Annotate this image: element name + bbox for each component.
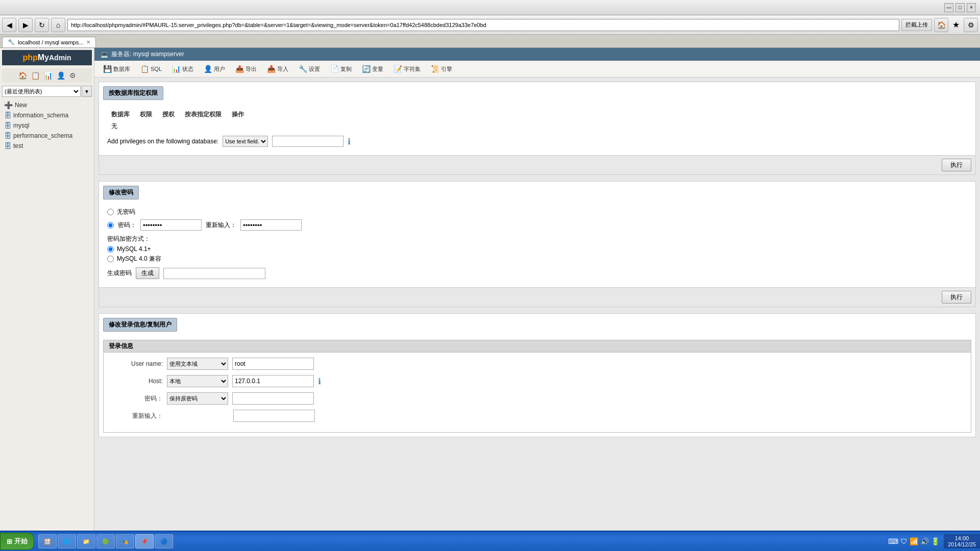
logo-php: php (22, 53, 37, 62)
home-pma-icon[interactable]: 🏠 (17, 70, 28, 81)
change-password-header: 修改密码 (103, 186, 139, 199)
toolbar-database-label: 数据库 (113, 65, 130, 73)
db-icon-3: 🗄 (4, 132, 11, 140)
tab-main[interactable]: 🔧 localhost / mysql wamps... ✕ (2, 37, 96, 47)
taskbar-app1[interactable]: 🟢 (96, 534, 115, 548)
sidebar-item-test[interactable]: 🗄 test (2, 141, 92, 151)
sidebar-item-information-schema[interactable]: 🗄 information_schema (2, 110, 92, 120)
encrypt-label: 密码加密方式： (107, 235, 967, 243)
back-button[interactable]: ◀ (2, 18, 16, 32)
toolbar-variables[interactable]: 🔄 变量 (357, 63, 388, 75)
tools-icon[interactable]: ⚙ (964, 18, 978, 32)
toolbar-import[interactable]: 📥 导入 (262, 63, 293, 75)
taskbar-app2[interactable]: 🎭 (116, 534, 134, 548)
sidebar-item-new[interactable]: ➕ New (2, 100, 92, 110)
mysql41-label: MySQL 4.1+ (117, 245, 151, 253)
login-reenter-label: 重新输入： (112, 412, 163, 420)
sql-pma-icon[interactable]: 📋 (30, 70, 41, 81)
reenter-password-input[interactable] (240, 219, 302, 231)
login-copy-section: 修改登录信息/复制用户 登录信息 User name: 使用文本域 Host: (99, 313, 976, 437)
taskbar-app4[interactable]: 🔵 (155, 534, 173, 548)
use-text-field-select[interactable]: Use text field. (223, 136, 268, 147)
host-info-icon[interactable]: ℹ (318, 377, 321, 386)
password-type-select[interactable]: 保持原密码 (167, 392, 228, 405)
pma-icon-bar: 🏠 📋 📊 👤 ⚙ (2, 68, 92, 83)
db-select[interactable]: (最近使用的表) (2, 86, 81, 97)
pwd-execute-button[interactable]: 执行 (942, 291, 971, 304)
security-icon[interactable]: 🛡 (900, 537, 908, 545)
toolbar-replicate[interactable]: 📄 复制 (326, 63, 356, 75)
toolbar-users[interactable]: 👤 用户 (199, 63, 230, 75)
toolbar-engines[interactable]: 📜 引擎 (426, 63, 457, 75)
toolbar-charset[interactable]: 📝 字符集 (389, 63, 425, 75)
username-input[interactable] (232, 358, 314, 370)
db-priv-execute-button[interactable]: 执行 (942, 159, 971, 171)
toolbar-users-label: 用户 (214, 65, 225, 73)
toolbar-export[interactable]: 📤 导出 (231, 63, 261, 75)
toolbar-settings[interactable]: 🔧 设置 (294, 63, 325, 75)
toolbar-status[interactable]: 📊 状态 (167, 63, 198, 75)
username-type-select[interactable]: 使用文本域 (167, 358, 228, 370)
keyboard-icon[interactable]: ⌨ (888, 537, 898, 545)
no-password-row: 无密码 (107, 208, 967, 216)
refresh-button[interactable]: ↻ (35, 18, 49, 32)
replicate-icon: 📄 (330, 65, 339, 73)
close-button[interactable]: × (967, 3, 976, 12)
sql-icon: 📋 (140, 65, 149, 73)
user-pma-icon[interactable]: 👤 (56, 70, 66, 81)
taskbar-app3[interactable]: 📌 (135, 534, 154, 548)
home-button[interactable]: ⌂ (51, 18, 65, 32)
add-priv-label: Add privileges on the following database… (107, 138, 218, 145)
server-title-text: 服务器: mysql wampserver (111, 50, 184, 59)
priv-table-header: 数据库 权限 授权 按表指定权限 操作 (107, 108, 967, 121)
toolbar-sql[interactable]: 📋 SQL (136, 63, 166, 75)
login-password-input[interactable] (232, 392, 314, 405)
mysql40-radio[interactable] (107, 256, 114, 262)
toolbar-export-label: 导出 (246, 65, 257, 73)
host-input[interactable] (232, 375, 314, 387)
status-pma-icon[interactable]: 📊 (43, 70, 54, 81)
password-input-row: 密码： 重新输入： (107, 219, 967, 231)
tab-close-icon[interactable]: ✕ (86, 39, 90, 45)
address-bar[interactable] (67, 19, 899, 31)
host-row: Host: 本地 ℹ (112, 375, 963, 387)
content-area: 💻 服务器: mysql wampserver 💾 数据库 📋 SQL 📊 状态… (94, 48, 980, 551)
volume-icon[interactable]: 🔊 (920, 537, 929, 545)
mysql41-radio[interactable] (107, 246, 114, 253)
with-password-radio[interactable] (107, 222, 114, 229)
network-icon[interactable]: 📶 (910, 537, 918, 545)
start-icon: ⊞ (7, 538, 12, 545)
host-type-select[interactable]: 本地 (167, 375, 228, 387)
clock[interactable]: 14:00 2014/12/25 (944, 534, 980, 548)
login-copy-header: 修改登录信息/复制用户 (103, 318, 177, 332)
info-icon[interactable]: ℹ (348, 137, 351, 146)
login-reenter-input[interactable] (233, 410, 315, 422)
taskbar-folder[interactable]: 📁 (77, 534, 95, 548)
sidebar-item-mysql[interactable]: 🗄 mysql (2, 120, 92, 131)
minimize-button[interactable]: — (944, 3, 953, 12)
db-select-arrow[interactable]: ▼ (82, 86, 92, 97)
settings-pma-icon[interactable]: ⚙ (68, 70, 77, 81)
taskbar-explorer[interactable]: 🪟 (38, 534, 57, 548)
battery-icon[interactable]: 🔋 (931, 537, 940, 545)
start-button[interactable]: ⊞ 开始 (0, 533, 34, 550)
login-info-title: 登录信息 (104, 340, 971, 353)
forward-button[interactable]: ▶ (18, 18, 33, 32)
generate-button[interactable]: 生成 (136, 267, 159, 279)
toolbar-database[interactable]: 💾 数据库 (99, 63, 135, 75)
generated-password-input[interactable] (163, 268, 265, 279)
no-password-radio[interactable] (107, 209, 114, 215)
mysql40-row: MySQL 4.0 兼容 (107, 255, 967, 263)
db-icon-2: 🗄 (4, 121, 11, 130)
database-name-input[interactable] (272, 136, 344, 147)
toolbar-status-label: 状态 (182, 65, 193, 73)
home-icon[interactable]: 🏠 (934, 18, 948, 32)
favorites-icon[interactable]: ★ (950, 20, 962, 30)
taskbar-ie[interactable]: 🌐 (58, 534, 76, 548)
maximize-button[interactable]: □ (955, 3, 965, 12)
db-icon-1: 🗄 (4, 111, 11, 119)
search-upload-button[interactable]: 拦截上传 (901, 19, 932, 31)
clock-time: 14:00 (948, 535, 976, 541)
sidebar-item-performance-schema[interactable]: 🗄 performance_schema (2, 131, 92, 141)
password-input[interactable] (140, 219, 202, 231)
